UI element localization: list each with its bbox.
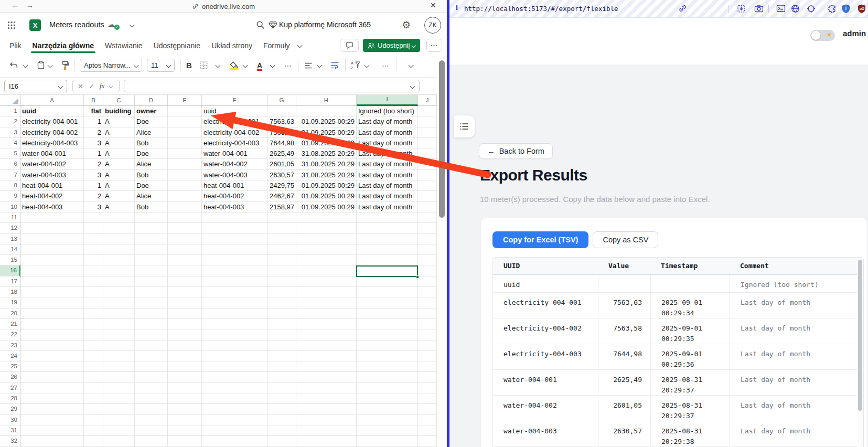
column-header-F[interactable]: F xyxy=(202,95,267,106)
cell-D18[interactable] xyxy=(135,287,168,297)
cell-J11[interactable] xyxy=(418,212,437,223)
row-header-27[interactable]: 27 xyxy=(0,383,20,393)
cell-E8[interactable] xyxy=(168,180,202,191)
cell-H26[interactable] xyxy=(296,372,357,382)
cell-G26[interactable] xyxy=(267,372,296,382)
cell-H3[interactable]: 01.09.2025 00:29 xyxy=(296,127,357,138)
cell-B26[interactable] xyxy=(84,372,103,382)
tab-narz-dzia-g-wne[interactable]: Narzędzia główne xyxy=(33,41,94,50)
cell-B31[interactable] xyxy=(84,425,103,436)
cell-E7[interactable] xyxy=(168,170,202,180)
row-header-13[interactable]: 13 xyxy=(0,234,20,244)
cell-J14[interactable] xyxy=(418,244,437,255)
comments-button[interactable] xyxy=(340,39,359,52)
cell-A30[interactable] xyxy=(20,415,84,425)
cell-H21[interactable] xyxy=(296,319,357,329)
cell-C23[interactable] xyxy=(103,340,135,351)
cell-H29[interactable] xyxy=(296,404,357,414)
cell-E11[interactable] xyxy=(168,212,202,223)
cell-G9[interactable]: 2462,67 xyxy=(267,191,296,201)
cell-J17[interactable] xyxy=(418,276,437,287)
cell-G7[interactable]: 2630,57 xyxy=(267,170,296,180)
row-header-3[interactable]: 3 xyxy=(0,127,20,138)
row-header-29[interactable]: 29 xyxy=(0,404,20,414)
cell-I31[interactable] xyxy=(357,425,418,436)
cell-H1[interactable] xyxy=(296,106,357,116)
cell-J29[interactable] xyxy=(418,404,437,414)
cell-J23[interactable] xyxy=(418,340,437,351)
cell-B15[interactable] xyxy=(84,255,103,265)
cell-E31[interactable] xyxy=(168,425,202,436)
cell-J24[interactable] xyxy=(418,351,437,361)
bold-button[interactable]: B xyxy=(186,53,192,78)
cell-A4[interactable]: electricity-004-003 xyxy=(20,138,84,148)
cell-A21[interactable] xyxy=(20,319,84,329)
cell-H15[interactable] xyxy=(296,255,357,265)
row-header-1[interactable]: 1 xyxy=(0,106,20,116)
cell-C12[interactable] xyxy=(103,223,135,233)
cell-F12[interactable] xyxy=(202,223,267,233)
row-header-15[interactable]: 15 xyxy=(0,255,20,265)
cell-H11[interactable] xyxy=(296,212,357,223)
cell-E26[interactable] xyxy=(168,372,202,382)
cell-I4[interactable]: Last day of month xyxy=(357,138,418,148)
cell-D5[interactable]: Doe xyxy=(135,148,168,159)
cell-C16[interactable] xyxy=(103,265,135,276)
cell-I6[interactable]: Last day of month xyxy=(357,159,418,169)
cell-D29[interactable] xyxy=(135,404,168,414)
font-group-more-button[interactable]: ⋯ xyxy=(284,53,292,78)
cell-H12[interactable] xyxy=(296,223,357,233)
cell-B5[interactable]: 1 xyxy=(84,148,103,159)
cell-I2[interactable]: Last day of month xyxy=(357,116,418,127)
cell-E10[interactable] xyxy=(168,202,202,212)
cell-J8[interactable] xyxy=(418,180,437,191)
cell-C20[interactable] xyxy=(103,308,135,319)
cell-F17[interactable] xyxy=(202,276,267,287)
cell-I14[interactable] xyxy=(357,244,418,255)
cell-B29[interactable] xyxy=(84,404,103,414)
ribbon-more-button[interactable]: ⋯ xyxy=(426,39,442,52)
confirm-icon[interactable]: ✓ xyxy=(89,82,94,90)
cell-J3[interactable] xyxy=(418,127,437,138)
cell-I1[interactable]: Ignored (too short) xyxy=(357,106,418,116)
cell-I30[interactable] xyxy=(357,415,418,425)
adblock-shield-icon[interactable]: uO xyxy=(858,4,866,13)
cell-G4[interactable]: 7644,98 xyxy=(267,138,296,148)
cell-C32[interactable] xyxy=(103,436,135,446)
cell-B18[interactable] xyxy=(84,287,103,297)
row-header-16[interactable]: 16 xyxy=(0,265,20,276)
cell-E18[interactable] xyxy=(168,287,202,297)
font-color-chevron-icon[interactable] xyxy=(271,53,274,78)
cell-J16[interactable] xyxy=(418,265,437,276)
cell-D27[interactable] xyxy=(135,383,168,393)
cell-E5[interactable] xyxy=(168,148,202,159)
cell-B19[interactable] xyxy=(84,297,103,308)
cell-D23[interactable] xyxy=(135,340,168,351)
gear-icon[interactable]: ⚙ xyxy=(402,19,411,31)
cell-G10[interactable]: 2158,97 xyxy=(267,202,296,212)
insert-function-icon[interactable]: fx xyxy=(100,82,104,90)
column-header-G[interactable]: G xyxy=(267,95,296,106)
cell-H17[interactable] xyxy=(296,276,357,287)
cell-I19[interactable] xyxy=(357,297,418,308)
scrollbar-thumb[interactable] xyxy=(858,260,862,411)
cell-G17[interactable] xyxy=(267,276,296,287)
cell-H2[interactable]: 01.09.2025 00:29 xyxy=(296,116,357,127)
cell-A20[interactable] xyxy=(20,308,84,319)
cell-C14[interactable] xyxy=(103,244,135,255)
cell-C4[interactable]: A xyxy=(103,138,135,148)
row-header-10[interactable]: 10 xyxy=(0,202,20,212)
borders-icon[interactable] xyxy=(199,53,208,78)
cell-G14[interactable] xyxy=(267,244,296,255)
cell-J21[interactable] xyxy=(418,319,437,329)
cell-B1[interactable]: flat xyxy=(84,106,103,116)
cell-G12[interactable] xyxy=(267,223,296,233)
cell-C19[interactable] xyxy=(103,297,135,308)
cell-E28[interactable] xyxy=(168,393,202,404)
tab-uk-ad-strony[interactable]: Układ strony xyxy=(211,41,252,50)
cell-E15[interactable] xyxy=(168,255,202,265)
column-header-C[interactable]: C xyxy=(103,95,135,106)
cell-A6[interactable]: water-004-002 xyxy=(20,159,84,169)
cell-B25[interactable] xyxy=(84,361,103,372)
cell-A16[interactable] xyxy=(20,265,84,276)
